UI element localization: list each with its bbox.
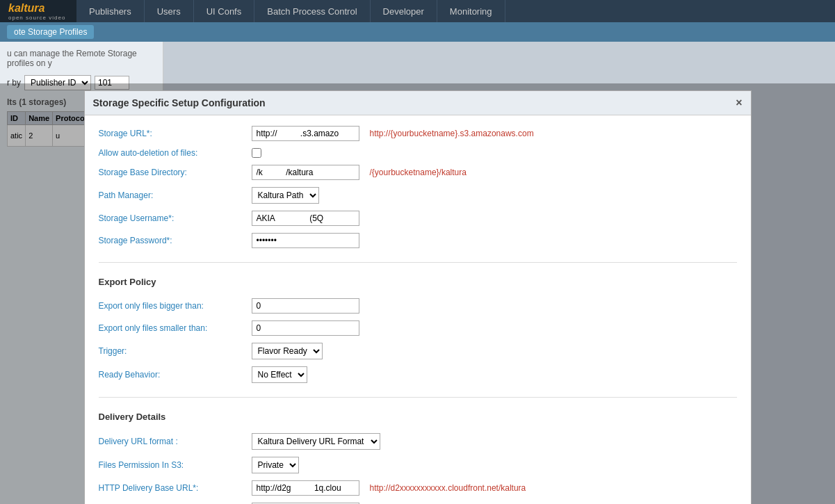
storage-url-input[interactable] — [252, 126, 359, 141]
storage-profiles-button[interactable]: ote Storage Profiles — [7, 25, 94, 39]
username-input[interactable] — [252, 211, 359, 226]
path-manager-label: Path Manager: — [99, 190, 252, 200]
nav-ui-confs[interactable]: UI Confs — [194, 0, 255, 22]
export-policy-section: Export Policy Export only files bigger t… — [99, 277, 737, 383]
delivery-details-title: Delivery Details — [99, 412, 737, 425]
auto-deletion-checkbox[interactable] — [252, 148, 261, 158]
nav-batch-process[interactable]: Batch Process Control — [254, 0, 370, 22]
left-panel-info: u can manage the Remote Storage profiles… — [7, 49, 156, 68]
delivery-url-format-label: Delivery URL format : — [99, 437, 252, 446]
http-base-url-input[interactable] — [252, 480, 359, 496]
sub-header: ote Storage Profiles — [0, 22, 835, 42]
smaller-than-label: Export only files smaller than: — [99, 323, 252, 333]
auto-deletion-control — [252, 148, 261, 158]
trigger-label: Trigger: — [99, 346, 252, 356]
ready-behavior-row: Ready Behavior: No Effect — [99, 366, 737, 383]
password-label: Storage Password*: — [99, 236, 252, 245]
files-permission-select[interactable]: Private — [252, 457, 299, 473]
path-manager-row: Path Manager: Kaltura Path — [99, 187, 737, 204]
modal-overlay: Storage Specific Setup Configuration × S… — [0, 83, 835, 504]
trigger-select[interactable]: Flavor Ready — [252, 343, 323, 359]
files-permission-label: Files Permission In S3: — [99, 460, 252, 470]
username-row: Storage Username*: — [99, 211, 737, 226]
logo-sub: open source video — [8, 15, 65, 21]
ready-behavior-label: Ready Behavior: — [99, 370, 252, 380]
smaller-than-input[interactable] — [252, 320, 359, 336]
base-dir-hint: /{yourbucketname}/kaltura — [370, 168, 467, 177]
storage-url-control: http://{yourbucketname}.s3.amazonaws.com — [252, 126, 534, 141]
username-label: Storage Username*: — [99, 213, 252, 223]
path-manager-control: Kaltura Path — [252, 187, 319, 204]
storage-url-hint: http://{yourbucketname}.s3.amazonaws.com — [370, 129, 534, 138]
ready-behavior-control: No Effect — [252, 366, 307, 383]
auto-deletion-row: Allow auto-deletion of files: — [99, 148, 737, 158]
nav-developer[interactable]: Developer — [371, 0, 437, 22]
delivery-details-section: Delivery Details Delivery URL format : K… — [99, 412, 737, 504]
bigger-than-row: Export only files bigger than: — [99, 298, 737, 314]
bigger-than-input[interactable] — [252, 298, 359, 314]
modal-header: Storage Specific Setup Configuration × — [85, 91, 751, 115]
modal-body: Storage URL*: http://{yourbucketname}.s3… — [85, 115, 751, 504]
path-manager-select[interactable]: Kaltura Path — [252, 187, 319, 204]
nav-users[interactable]: Users — [145, 0, 194, 22]
ready-behavior-select[interactable]: No Effect — [252, 366, 307, 383]
files-permission-control: Private — [252, 457, 299, 473]
modal-title: Storage Specific Setup Configuration — [93, 97, 266, 108]
base-dir-label: Storage Base Directory: — [99, 168, 252, 177]
http-base-url-control: http://d2xxxxxxxxxxx.cloudfront.net/kalt… — [252, 480, 526, 496]
files-permission-row: Files Permission In S3: Private — [99, 457, 737, 473]
trigger-control: Flavor Ready — [252, 343, 323, 359]
storage-section: Storage URL*: http://{yourbucketname}.s3… — [99, 126, 737, 248]
trigger-row: Trigger: Flavor Ready — [99, 343, 737, 359]
base-dir-row: Storage Base Directory: /{yourbucketname… — [99, 165, 737, 180]
base-dir-input[interactable] — [252, 165, 359, 180]
bigger-than-label: Export only files bigger than: — [99, 301, 252, 311]
smaller-than-control — [252, 320, 359, 336]
password-control — [252, 233, 359, 248]
modal-close-button[interactable]: × — [736, 97, 742, 109]
bigger-than-control — [252, 298, 359, 314]
auto-deletion-label: Allow auto-deletion of files: — [99, 148, 252, 158]
storage-url-label: Storage URL*: — [99, 129, 252, 138]
nav-monitoring[interactable]: Monitoring — [437, 0, 505, 22]
page-content: u can manage the Remote Storage profiles… — [0, 42, 835, 504]
modal: Storage Specific Setup Configuration × S… — [84, 90, 752, 504]
storage-url-row: Storage URL*: http://{yourbucketname}.s3… — [99, 126, 737, 141]
http-base-url-hint: http://d2xxxxxxxxxxx.cloudfront.net/kalt… — [370, 483, 526, 493]
base-dir-control: /{yourbucketname}/kaltura — [252, 165, 467, 180]
nav-publishers[interactable]: Publishers — [76, 0, 145, 22]
smaller-than-row: Export only files smaller than: — [99, 320, 737, 336]
top-nav: kaltura open source video Publishers Use… — [0, 0, 835, 22]
delivery-url-format-control: Kaltura Delivery URL Format — [252, 433, 380, 450]
nav-items: Publishers Users UI Confs Batch Process … — [76, 0, 505, 22]
password-input[interactable] — [252, 233, 359, 248]
delivery-url-format-row: Delivery URL format : Kaltura Delivery U… — [99, 433, 737, 450]
password-row: Storage Password*: — [99, 233, 737, 248]
username-control — [252, 211, 359, 226]
http-base-url-row: HTTP Delivery Base URL*: http://d2xxxxxx… — [99, 480, 737, 496]
delivery-url-format-select[interactable]: Kaltura Delivery URL Format — [252, 433, 380, 450]
logo-name: kaltura — [8, 2, 44, 14]
http-base-url-label: HTTP Delivery Base URL*: — [99, 483, 252, 493]
export-policy-title: Export Policy — [99, 277, 737, 290]
logo: kaltura open source video — [0, 0, 76, 22]
